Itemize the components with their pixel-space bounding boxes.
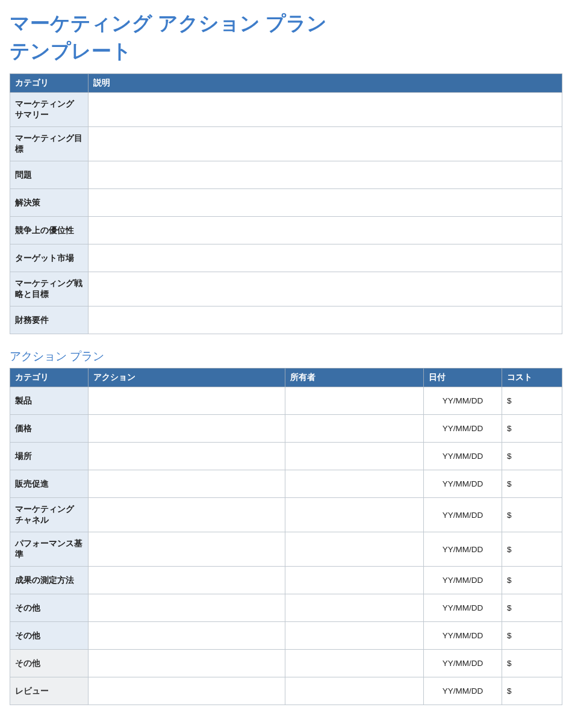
table-row: 製品YY/MM/DD$ — [10, 387, 562, 415]
row-category-label: ターゲット市場 — [10, 244, 89, 272]
table-row: 販売促進YY/MM/DD$ — [10, 470, 562, 498]
table-row: その他YY/MM/DD$ — [10, 622, 562, 650]
table-row: 問題 — [10, 161, 562, 189]
page-title: マーケティング アクション プラン テンプレート — [10, 10, 341, 65]
row-owner-cell[interactable] — [285, 498, 424, 532]
row-category-label: マーケティング チャネル — [10, 498, 89, 532]
table-row: マーケティング目標 — [10, 127, 562, 161]
row-owner-cell[interactable] — [285, 567, 424, 594]
row-description-cell[interactable] — [89, 93, 562, 127]
row-category-label: レビュー — [10, 677, 89, 705]
section-title-action-plan: アクション プラン — [10, 349, 562, 364]
row-date-cell[interactable]: YY/MM/DD — [424, 470, 502, 498]
table-row: マーケティング サマリー — [10, 93, 562, 127]
row-owner-cell[interactable] — [285, 415, 424, 443]
row-description-cell[interactable] — [89, 306, 562, 334]
table-row: 解決策 — [10, 189, 562, 217]
row-description-cell[interactable] — [89, 272, 562, 306]
row-cost-cell[interactable]: $ — [502, 443, 562, 470]
row-category-label: マーケティング サマリー — [10, 93, 89, 127]
table-row: 競争上の優位性 — [10, 217, 562, 244]
row-owner-cell[interactable] — [285, 594, 424, 622]
table-header-row: カテゴリ 説明 — [10, 74, 562, 93]
row-owner-cell[interactable] — [285, 532, 424, 567]
row-description-cell[interactable] — [89, 161, 562, 189]
row-owner-cell[interactable] — [285, 677, 424, 705]
row-category-label: マーケティング戦略と目標 — [10, 272, 89, 306]
table-row: その他YY/MM/DD$ — [10, 594, 562, 622]
col-date: 日付 — [424, 369, 502, 387]
row-owner-cell[interactable] — [285, 650, 424, 677]
row-cost-cell[interactable]: $ — [502, 677, 562, 705]
table-row: 場所YY/MM/DD$ — [10, 443, 562, 470]
row-category-label: 価格 — [10, 415, 89, 443]
col-category: カテゴリ — [10, 74, 89, 93]
table-row: 財務要件 — [10, 306, 562, 334]
row-date-cell[interactable]: YY/MM/DD — [424, 498, 502, 532]
row-cost-cell[interactable]: $ — [502, 650, 562, 677]
row-date-cell[interactable]: YY/MM/DD — [424, 532, 502, 567]
row-date-cell[interactable]: YY/MM/DD — [424, 622, 502, 650]
table-row: パフォーマンス基準YY/MM/DD$ — [10, 532, 562, 567]
col-cost: コスト — [502, 369, 562, 387]
table-row: レビューYY/MM/DD$ — [10, 677, 562, 705]
row-action-cell[interactable] — [89, 470, 285, 498]
row-action-cell[interactable] — [89, 650, 285, 677]
row-cost-cell[interactable]: $ — [502, 532, 562, 567]
table-row: 価格YY/MM/DD$ — [10, 415, 562, 443]
row-action-cell[interactable] — [89, 532, 285, 567]
row-date-cell[interactable]: YY/MM/DD — [424, 650, 502, 677]
row-category-label: 販売促進 — [10, 470, 89, 498]
row-cost-cell[interactable]: $ — [502, 415, 562, 443]
overview-table: カテゴリ 説明 マーケティング サマリーマーケティング目標問題解決策競争上の優位… — [10, 73, 562, 334]
row-cost-cell[interactable]: $ — [502, 387, 562, 415]
row-action-cell[interactable] — [89, 498, 285, 532]
table-row: マーケティング戦略と目標 — [10, 272, 562, 306]
table-row: マーケティング チャネルYY/MM/DD$ — [10, 498, 562, 532]
row-owner-cell[interactable] — [285, 387, 424, 415]
row-description-cell[interactable] — [89, 244, 562, 272]
row-category-label: 場所 — [10, 443, 89, 470]
col-description: 説明 — [89, 74, 562, 93]
row-action-cell[interactable] — [89, 567, 285, 594]
table-header-row: カテゴリ アクション 所有者 日付 コスト — [10, 369, 562, 387]
row-category-label: 競争上の優位性 — [10, 217, 89, 244]
row-category-label: 製品 — [10, 387, 89, 415]
row-category-label: その他 — [10, 594, 89, 622]
row-category-label: その他 — [10, 622, 89, 650]
row-description-cell[interactable] — [89, 189, 562, 217]
row-owner-cell[interactable] — [285, 443, 424, 470]
col-category: カテゴリ — [10, 369, 89, 387]
row-action-cell[interactable] — [89, 622, 285, 650]
row-category-label: 問題 — [10, 161, 89, 189]
row-action-cell[interactable] — [89, 677, 285, 705]
row-action-cell[interactable] — [89, 443, 285, 470]
row-action-cell[interactable] — [89, 387, 285, 415]
row-date-cell[interactable]: YY/MM/DD — [424, 594, 502, 622]
row-date-cell[interactable]: YY/MM/DD — [424, 387, 502, 415]
row-cost-cell[interactable]: $ — [502, 567, 562, 594]
row-action-cell[interactable] — [89, 594, 285, 622]
row-owner-cell[interactable] — [285, 470, 424, 498]
action-plan-table: カテゴリ アクション 所有者 日付 コスト 製品YY/MM/DD$価格YY/MM… — [10, 368, 562, 705]
row-category-label: マーケティング目標 — [10, 127, 89, 161]
table-row: 成果の測定方法YY/MM/DD$ — [10, 567, 562, 594]
row-action-cell[interactable] — [89, 415, 285, 443]
row-cost-cell[interactable]: $ — [502, 622, 562, 650]
row-category-label: 成果の測定方法 — [10, 567, 89, 594]
row-date-cell[interactable]: YY/MM/DD — [424, 677, 502, 705]
row-date-cell[interactable]: YY/MM/DD — [424, 415, 502, 443]
row-cost-cell[interactable]: $ — [502, 594, 562, 622]
row-date-cell[interactable]: YY/MM/DD — [424, 443, 502, 470]
row-category-label: 解決策 — [10, 189, 89, 217]
row-description-cell[interactable] — [89, 217, 562, 244]
row-cost-cell[interactable]: $ — [502, 470, 562, 498]
row-owner-cell[interactable] — [285, 622, 424, 650]
table-row: その他YY/MM/DD$ — [10, 650, 562, 677]
col-owner: 所有者 — [285, 369, 424, 387]
table-row: ターゲット市場 — [10, 244, 562, 272]
row-description-cell[interactable] — [89, 127, 562, 161]
row-category-label: 財務要件 — [10, 306, 89, 334]
row-date-cell[interactable]: YY/MM/DD — [424, 567, 502, 594]
row-cost-cell[interactable]: $ — [502, 498, 562, 532]
